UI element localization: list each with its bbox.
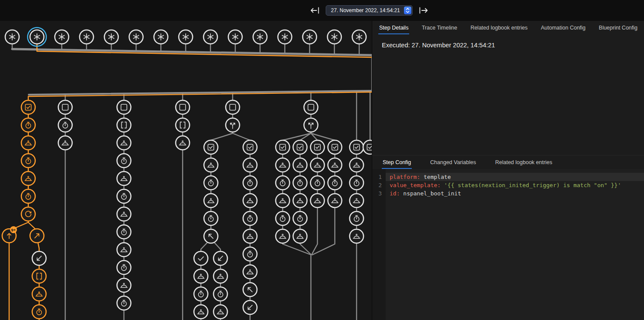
graph-node-service[interactable]: [328, 158, 342, 172]
tab-step-details[interactable]: Step Details: [378, 21, 409, 34]
graph-node-asterisk[interactable]: [5, 30, 19, 44]
graph-node-brackets[interactable]: [176, 118, 190, 132]
next-trace-button[interactable]: [418, 5, 429, 16]
graph-node-checkbox[interactable]: [363, 140, 372, 154]
previous-trace-button[interactable]: [310, 5, 320, 16]
graph-node-timer[interactable]: [276, 176, 290, 190]
graph-node-timer[interactable]: [194, 287, 208, 301]
graph-node-service[interactable]: [243, 158, 257, 172]
tab-changed-variables[interactable]: Changed Variables: [429, 155, 477, 169]
automation-trace-graph[interactable]: 9+: [0, 21, 372, 320]
graph-node-asterisk[interactable]: [327, 30, 341, 44]
graph-node-arrow-tl[interactable]: [204, 229, 218, 243]
graph-node-service[interactable]: [276, 194, 290, 208]
graph-node-timer[interactable]: [204, 211, 218, 225]
graph-node-asterisk[interactable]: [303, 30, 317, 44]
graph-node-timer[interactable]: [214, 287, 227, 301]
graph-node-brackets[interactable]: [32, 269, 46, 283]
graph-node-service[interactable]: [204, 194, 218, 208]
trace-timestamp-select[interactable]: 27. November 2022, 14:54:21: [326, 5, 413, 16]
graph-node-asterisk[interactable]: [80, 30, 93, 44]
graph-node-service[interactable]: [58, 136, 72, 150]
tab-step-config[interactable]: Step Config: [382, 155, 412, 169]
graph-node-timer[interactable]: [58, 118, 72, 132]
graph-node-asterisk[interactable]: [28, 28, 47, 46]
graph-node-checkbox[interactable]: [276, 140, 290, 154]
graph-node-timer[interactable]: [276, 211, 290, 225]
graph-node-timer[interactable]: [117, 296, 131, 310]
graph-node-service[interactable]: [328, 194, 342, 208]
graph-node-asterisk[interactable]: [278, 30, 292, 44]
graph-node-service[interactable]: [293, 158, 307, 172]
graph-node-service[interactable]: [310, 194, 324, 208]
graph-node-service[interactable]: [21, 136, 35, 150]
graph-node-checkbox[interactable]: [328, 140, 342, 154]
graph-node-service[interactable]: [243, 265, 257, 279]
graph-node-checkbox-blank[interactable]: [304, 100, 318, 114]
graph-node-service[interactable]: [117, 278, 131, 292]
graph-node-asterisk[interactable]: [129, 30, 143, 44]
graph-node-timer[interactable]: [32, 305, 46, 319]
tab-blueprint-config[interactable]: Blueprint Config: [598, 21, 638, 34]
graph-node-service[interactable]: [117, 136, 131, 150]
graph-node-checkbox[interactable]: [293, 140, 307, 154]
yaml-code-editor[interactable]: 1platform: template2value_template: '{{ …: [372, 169, 644, 320]
graph-node-service[interactable]: [276, 229, 290, 243]
graph-node-arrow-bl[interactable]: [243, 300, 257, 314]
graph-node-split[interactable]: [226, 118, 240, 132]
graph-node-service[interactable]: [243, 194, 257, 208]
graph-node-timer[interactable]: [117, 154, 131, 168]
graph-node-timer[interactable]: [117, 225, 131, 239]
graph-node-asterisk[interactable]: [179, 30, 193, 44]
graph-node-asterisk[interactable]: [154, 30, 168, 44]
graph-node-timer[interactable]: [204, 176, 218, 190]
graph-node-timer[interactable]: [293, 211, 307, 225]
graph-node-timer[interactable]: [328, 176, 342, 190]
graph-node-arrow-tl[interactable]: [243, 283, 257, 297]
graph-node-timer[interactable]: [21, 189, 35, 203]
graph-node-service[interactable]: [214, 305, 227, 319]
graph-node-checkbox-blank[interactable]: [226, 100, 240, 114]
graph-node-checkbox[interactable]: [21, 100, 35, 114]
graph-node-timer[interactable]: [243, 176, 257, 190]
graph-node-asterisk[interactable]: [228, 30, 242, 44]
graph-node-timer[interactable]: [243, 247, 257, 261]
graph-node-service[interactable]: [214, 269, 227, 283]
graph-node-checkbox-blank[interactable]: [58, 100, 72, 114]
graph-node-service[interactable]: [350, 194, 364, 208]
graph-node-brackets[interactable]: [117, 118, 131, 132]
graph-node-asterisk[interactable]: [253, 30, 267, 44]
tab-related-logbook-entries[interactable]: Related logbook entries: [494, 155, 553, 169]
graph-node-timer[interactable]: [21, 118, 35, 132]
graph-node-service[interactable]: [350, 229, 364, 243]
tab-automation-config[interactable]: Automation Config: [540, 21, 587, 34]
graph-node-asterisk[interactable]: [104, 30, 118, 44]
graph-node-timer[interactable]: [117, 189, 131, 203]
graph-node-timer[interactable]: [293, 176, 307, 190]
graph-node-checkbox[interactable]: [310, 140, 324, 154]
graph-node-arrow-tr[interactable]: [30, 229, 44, 243]
graph-node-arrow-bl[interactable]: [214, 251, 227, 265]
graph-node-split[interactable]: [304, 118, 318, 132]
graph-node-checkbox-blank[interactable]: [117, 100, 131, 114]
graph-node-checkbox[interactable]: [204, 140, 218, 154]
graph-node-service[interactable]: [194, 269, 208, 283]
graph-node-service[interactable]: [293, 194, 307, 208]
graph-node-service[interactable]: [243, 229, 257, 243]
graph-node-service[interactable]: [293, 229, 307, 243]
graph-node-service[interactable]: [276, 158, 290, 172]
graph-node-service[interactable]: [21, 172, 35, 185]
graph-node-asterisk[interactable]: [352, 30, 366, 44]
graph-node-service[interactable]: [204, 158, 218, 172]
graph-node-service[interactable]: [194, 305, 208, 319]
graph-node-checkbox[interactable]: [243, 140, 257, 154]
graph-node-service[interactable]: [32, 287, 46, 301]
graph-node-service[interactable]: [117, 172, 131, 185]
tab-trace-timeline[interactable]: Trace Timeline: [421, 21, 458, 34]
graph-node-checkbox[interactable]: [350, 140, 364, 154]
graph-node-service[interactable]: [117, 243, 131, 257]
graph-node-service[interactable]: [310, 158, 324, 172]
graph-node-timer[interactable]: [117, 261, 131, 274]
graph-node-timer[interactable]: [243, 211, 257, 225]
graph-node-arrow-up[interactable]: 9+: [2, 226, 17, 243]
